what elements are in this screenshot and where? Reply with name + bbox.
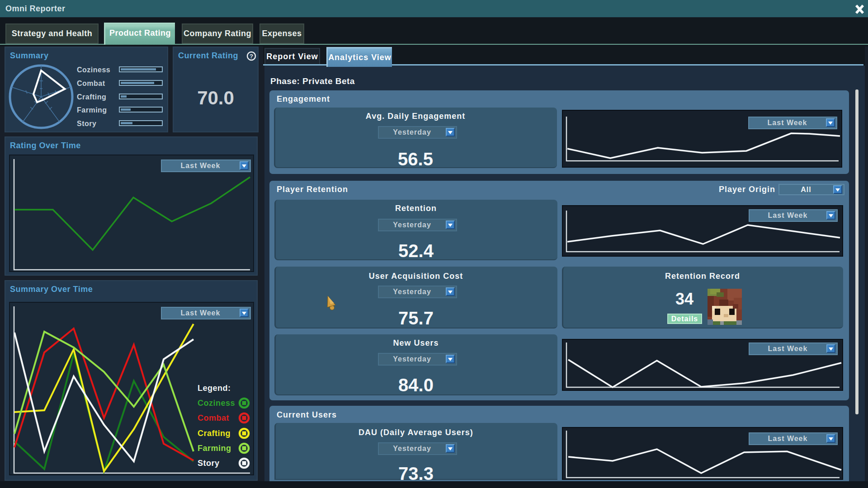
svg-text:?: ? bbox=[250, 53, 253, 60]
